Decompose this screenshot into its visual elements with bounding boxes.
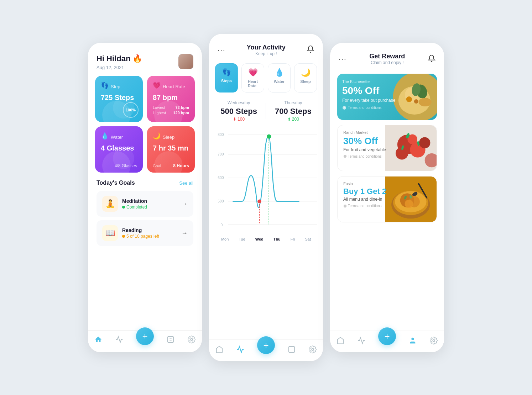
sleep-tab-label: Sleep	[300, 79, 311, 84]
label-tue: Tue	[239, 237, 245, 241]
reward-card-3[interactable]: Fusia Buy 1 Get 2 All menu and dine-in T…	[337, 176, 437, 222]
sleep-goal-value: 8 Hours	[173, 163, 189, 168]
heartrate-value: 87 bpm	[153, 94, 189, 102]
screen-1: Hi Hildan 🔥 Aug 12, 2021 👣 Step 725 Step…	[88, 43, 202, 352]
water-tab-label: Water	[274, 79, 285, 84]
screen-2: ··· Your Activity Keep it up ! 👣 Steps 💗…	[209, 34, 323, 361]
avatar[interactable]	[178, 54, 193, 69]
sleep-icon: 🌙	[153, 132, 161, 140]
thursday-day: Thursday	[275, 100, 312, 105]
svg-point-25	[419, 98, 432, 106]
s3-bell-icon[interactable]	[428, 54, 435, 64]
s3-nav-profile[interactable]	[409, 337, 417, 344]
s3-menu-dots[interactable]: ···	[339, 55, 347, 63]
s2-nav-profile[interactable]	[288, 346, 296, 353]
bell-icon[interactable]	[307, 45, 314, 55]
wednesday-value: 500 Steps	[220, 107, 257, 116]
thursday-stat: Thursday 700 Steps ⬆ 200	[275, 100, 312, 122]
steps-tab-icon: 👣	[222, 68, 231, 77]
s3-bottom-nav: +	[330, 331, 444, 352]
svg-point-14	[267, 134, 271, 138]
svg-text:0: 0	[220, 223, 223, 227]
reading-goal-item[interactable]: 📖 Reading 5 of 10 pages left →	[97, 220, 193, 246]
reading-arrow[interactable]: →	[181, 230, 188, 237]
svg-point-13	[257, 199, 261, 203]
card3-store: Fusia	[343, 181, 386, 186]
sleep-label: Sleep	[163, 135, 174, 140]
water-card[interactable]: 💧 Water 4 Glasses 4/8 Glasses	[95, 126, 143, 173]
svg-text:700: 700	[218, 152, 224, 156]
reward-card-2[interactable]: Ranch Market 30% Off For fruit and veget…	[337, 125, 437, 171]
tab-water[interactable]: 💧 Water	[268, 63, 291, 93]
card1-terms: Terms and conditions	[342, 106, 395, 110]
tab-steps[interactable]: 👣 Steps	[215, 63, 238, 93]
reading-info: Reading 5 of 10 pages left	[122, 227, 177, 239]
card1-content: The Kitchenette 50% Off For every take o…	[337, 74, 400, 116]
thursday-change: ⬆ 200	[275, 117, 312, 122]
card3-desc: All menu and dine-in	[343, 197, 386, 202]
date-text: Aug 12, 2021	[97, 65, 142, 70]
down-arrow-icon: ⬇	[233, 117, 236, 122]
svg-rect-16	[289, 347, 295, 353]
screen-3: ··· Get Reward Claim and enjoy !	[330, 43, 444, 352]
sleep-card[interactable]: 🌙 Sleep 7 hr 35 mn Goal 8 Hours	[147, 126, 195, 173]
activity-chart: 800 700 600 500 0	[215, 125, 317, 236]
tab-heartrate[interactable]: 💗 Heart Rate	[241, 63, 264, 93]
card2-desc: For fruit and vegetable	[343, 147, 386, 152]
meditation-name: Meditation	[122, 198, 177, 204]
avatar-image	[178, 54, 193, 69]
wednesday-day: Wednesday	[220, 100, 257, 105]
steps-card[interactable]: 👣 Step 725 Steps 100%	[95, 76, 143, 122]
nav-settings[interactable]	[188, 336, 195, 345]
wednesday-change: ⬇ 100	[220, 117, 257, 122]
nav-home[interactable]	[94, 336, 102, 345]
label-sat: Sat	[305, 237, 311, 241]
meditation-icon-wrap: 🧘	[102, 196, 118, 212]
label-wed: Wed	[255, 237, 264, 241]
s3-nav-activity[interactable]	[358, 337, 365, 344]
svg-point-31	[419, 137, 431, 148]
steps-circle: 100%	[123, 102, 139, 118]
s3-title-section: Get Reward Claim and enjoy !	[369, 53, 405, 65]
meditation-arrow[interactable]: →	[181, 200, 188, 208]
chart-x-labels: Mon Tue Wed Thu Fri Sat	[209, 236, 323, 246]
tab-sleep[interactable]: 🌙 Sleep	[294, 63, 317, 93]
reading-icon: 📖	[105, 228, 115, 238]
s3-nav-home[interactable]	[337, 337, 344, 344]
see-all-button[interactable]: See all	[179, 180, 193, 186]
wednesday-stat: Wednesday 500 Steps ⬇ 100	[220, 100, 257, 122]
menu-dots[interactable]: ···	[218, 46, 226, 54]
svg-point-44	[405, 200, 413, 208]
s3-nav-add[interactable]: +	[378, 327, 396, 345]
s3-nav-settings[interactable]	[430, 337, 438, 344]
card3-terms: Terms and conditions	[343, 204, 386, 208]
nav-activity[interactable]	[115, 336, 123, 345]
s2-nav-settings[interactable]	[309, 346, 317, 353]
nav-add-button[interactable]: +	[136, 327, 154, 345]
s2-nav-activity[interactable]	[236, 346, 244, 353]
reading-status-text: 5 of 10 pages left	[126, 234, 159, 239]
card2-terms: Terms and conditions	[343, 154, 386, 158]
card3-content: Fusia Buy 1 Get 2 All menu and dine-in T…	[338, 177, 392, 213]
reward-card-1[interactable]: The Kitchenette 50% Off For every take o…	[337, 74, 437, 120]
svg-point-50	[412, 338, 414, 340]
s2-nav-home[interactable]	[215, 346, 223, 353]
activity-title: Your Activity	[247, 44, 286, 51]
svg-rect-0	[168, 337, 174, 343]
thursday-value: 700 Steps	[275, 107, 312, 116]
s2-nav-add[interactable]: +	[257, 336, 275, 354]
water-label: Water	[111, 135, 123, 140]
water-icon: 💧	[101, 132, 109, 140]
label-fri: Fri	[291, 237, 295, 241]
s1-bottom-nav: +	[88, 330, 202, 352]
sleep-value: 7 hr 35 mn	[153, 144, 189, 152]
food3-image	[385, 177, 437, 222]
heartrate-label: Heart Rate	[163, 84, 185, 89]
meditation-goal-item[interactable]: 🧘 Meditation Completed →	[97, 191, 193, 217]
nav-profile[interactable]	[167, 336, 174, 345]
s2-bottom-nav: +	[209, 339, 323, 361]
heartrate-card[interactable]: 💗 Heart Rate 87 bpm Lowest 72 bpm Highes…	[147, 76, 195, 122]
chart-area: 800 700 600 500 0	[209, 122, 323, 236]
greeting-text: Hi Hildan 🔥	[97, 54, 142, 63]
stats-grid: 👣 Step 725 Steps 100% 💗 Heart Rate 87 bp…	[88, 76, 202, 173]
